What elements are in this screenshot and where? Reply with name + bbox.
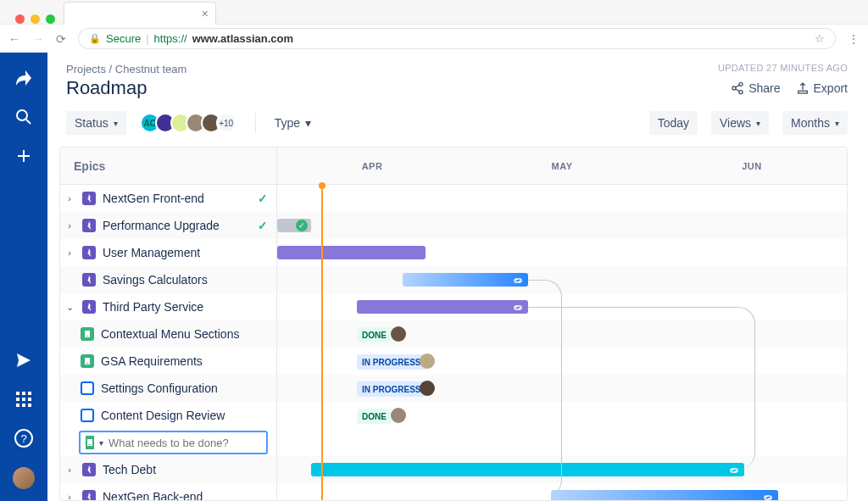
item-name: Performance Upgrade — [103, 219, 251, 232]
epic-icon — [82, 246, 96, 259]
timeline-row: ✓ — [277, 212, 847, 239]
expand-icon[interactable] — [64, 275, 75, 285]
svg-point-15 — [739, 82, 743, 86]
epic-icon — [82, 273, 96, 287]
chevron-down-icon: ▾ — [305, 116, 311, 130]
gantt-bar[interactable] — [551, 490, 779, 500]
expand-icon[interactable]: › — [64, 492, 75, 501]
gantt-bar[interactable] — [277, 246, 426, 259]
breadcrumb-team[interactable]: Chestnut team — [115, 63, 187, 75]
epic-row[interactable]: ›NextGen Front-end✓ — [60, 185, 276, 212]
item-name: Settings Configuration — [101, 381, 268, 395]
type-filter[interactable]: Type▾ — [275, 116, 311, 130]
timescale-dropdown[interactable]: Months▾ — [782, 111, 848, 135]
svg-point-17 — [739, 91, 743, 94]
story-row[interactable]: GSA Requirements — [60, 348, 276, 375]
secure-label: Secure — [106, 32, 141, 45]
epic-row[interactable]: Savings Calculators — [60, 266, 276, 293]
url-domain: www.atlassian.com — [192, 32, 293, 45]
item-name: Contextual Menu Sections — [101, 327, 268, 341]
expand-icon[interactable]: ⌄ — [64, 302, 75, 313]
app-switcher-icon[interactable] — [14, 68, 34, 88]
export-button[interactable]: Export — [796, 81, 848, 95]
expand-icon[interactable]: › — [64, 220, 75, 231]
item-name: Third Party Service — [103, 300, 268, 314]
status-badge: IN PROGRESS — [357, 354, 426, 370]
forward-icon[interactable]: → — [32, 32, 44, 46]
back-icon[interactable]: ← — [8, 32, 20, 46]
today-button[interactable]: Today — [649, 111, 698, 135]
dependency-connector — [528, 307, 756, 470]
close-tab-icon[interactable]: × — [202, 7, 209, 20]
epic-row[interactable]: ›Tech Debt — [60, 456, 276, 483]
svg-line-18 — [736, 85, 740, 87]
share-icon — [731, 81, 744, 95]
window-controls — [7, 8, 64, 24]
share-button[interactable]: Share — [731, 81, 780, 95]
svg-rect-20 — [798, 91, 807, 93]
gantt-bar[interactable] — [357, 300, 528, 314]
assignee-avatar[interactable] — [420, 381, 435, 396]
task-icon — [81, 409, 94, 422]
epic-row[interactable]: ›NextGen Back-end — [60, 483, 276, 501]
app-grid-icon[interactable] — [14, 389, 34, 409]
epics-column-header: Epics — [60, 148, 276, 185]
svg-line-19 — [736, 89, 740, 92]
views-dropdown[interactable]: Views▾ — [711, 111, 769, 135]
assignee-avatar[interactable] — [391, 408, 406, 423]
chevron-down-icon[interactable]: ▾ — [99, 438, 103, 448]
left-rail: ? — [0, 53, 47, 501]
status-badge: DONE — [357, 327, 392, 342]
svg-rect-12 — [28, 404, 31, 407]
browser-chrome: × ← → ⟳ 🔒 Secure | https://www.atlassian… — [0, 0, 868, 53]
story-icon — [81, 354, 94, 368]
timeline-row — [277, 185, 847, 212]
browser-menu-icon[interactable]: ⋮ — [848, 32, 860, 46]
close-window-icon[interactable] — [15, 14, 25, 24]
avatar-more[interactable]: +10 — [216, 113, 236, 133]
check-icon: ✓ — [296, 220, 308, 231]
lock-icon: 🔒 — [89, 33, 101, 44]
expand-icon[interactable]: › — [64, 248, 75, 258]
maximize-window-icon[interactable] — [46, 14, 55, 24]
epic-row[interactable]: ›User Management — [60, 239, 276, 266]
month-label: JUN — [657, 148, 847, 184]
breadcrumb-projects[interactable]: Projects — [66, 63, 106, 75]
assignee-avatar[interactable] — [391, 326, 406, 342]
reload-icon[interactable]: ⟳ — [56, 32, 66, 46]
story-row[interactable]: Content Design Review — [60, 402, 276, 429]
create-icon[interactable] — [14, 146, 34, 166]
notifications-icon[interactable] — [14, 350, 34, 370]
status-badge: IN PROGRESS — [357, 381, 426, 397]
browser-tab[interactable]: × — [64, 2, 216, 25]
expand-icon[interactable]: › — [64, 465, 75, 475]
assignee-avatars[interactable]: AC +10 — [140, 113, 236, 133]
gantt-bar[interactable] — [403, 273, 528, 287]
item-name: Content Design Review — [101, 409, 268, 422]
bookmark-star-icon[interactable]: ☆ — [815, 32, 825, 45]
link-icon — [763, 492, 773, 500]
svg-rect-4 — [16, 392, 19, 395]
profile-avatar[interactable] — [13, 467, 35, 489]
help-icon[interactable]: ? — [14, 428, 34, 448]
search-icon[interactable] — [14, 107, 34, 127]
story-row[interactable]: Settings Configuration — [60, 375, 276, 402]
status-filter[interactable]: Status▾ — [66, 111, 126, 135]
timeline-row — [277, 239, 847, 266]
minimize-window-icon[interactable] — [31, 14, 40, 24]
address-bar[interactable]: 🔒 Secure | https://www.atlassian.com ☆ — [78, 28, 836, 49]
epic-row[interactable]: ⌄Third Party Service — [60, 293, 276, 320]
epic-row[interactable]: ›Performance Upgrade✓ — [60, 212, 276, 239]
export-icon — [796, 81, 810, 95]
link-icon — [513, 302, 523, 312]
svg-rect-7 — [16, 398, 19, 401]
new-item-input[interactable] — [108, 437, 261, 449]
expand-icon[interactable]: › — [64, 193, 75, 203]
gantt-bar[interactable]: ✓ — [277, 219, 311, 232]
svg-point-0 — [17, 110, 27, 120]
story-row[interactable]: Contextual Menu Sections — [60, 320, 276, 348]
svg-rect-8 — [22, 398, 25, 401]
assignee-avatar[interactable] — [420, 353, 435, 369]
item-name: Tech Debt — [103, 463, 268, 476]
new-item-row[interactable]: ▾ — [79, 431, 268, 454]
